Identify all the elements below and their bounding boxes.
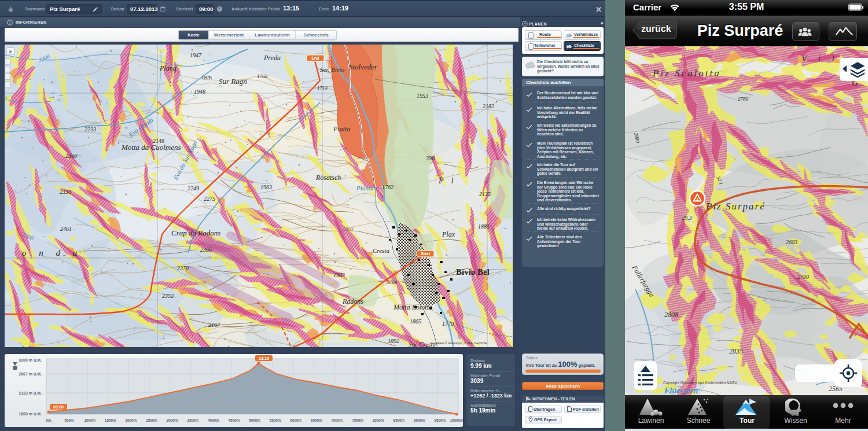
svg-text:3200 m ü.M.: 3200 m ü.M. [19,358,42,362]
svg-text:1769: 1769 [387,279,398,285]
svg-text:2808: 2808 [664,311,678,319]
svg-text:Plax: Plax [442,230,455,238]
svg-text:End: End [311,56,319,60]
svg-text:1963: 1963 [260,184,272,190]
svg-text:5500m: 5500m [270,418,281,422]
svg-text:1903: 1903 [333,272,345,278]
svg-text:8500m: 8500m [393,418,404,422]
svg-text:390: 390 [425,155,435,161]
svg-text:2780: 2780 [738,96,749,102]
svg-text:2330: 2330 [60,189,71,195]
svg-text:2167: 2167 [208,322,220,328]
svg-text:09:00: 09:00 [53,405,64,409]
svg-text:7500m: 7500m [352,418,363,422]
svg-text:Crap da Radons: Crap da Radons [171,229,220,237]
svg-text:13:15: 13:15 [259,356,269,360]
svg-text:1500m: 1500m [105,418,116,422]
svg-text:Sur Ragn: Sur Ragn [219,77,247,86]
svg-text:10000m: 10000m [450,418,463,422]
svg-text:1892: 1892 [388,338,399,344]
svg-text:2667 m ü.M.: 2667 m ü.M. [19,372,42,376]
svg-text:5000m: 5000m [249,418,260,422]
svg-text:1883: 1883 [478,223,490,230]
svg-text:1762: 1762 [382,184,393,190]
svg-text:2133 m ü.M.: 2133 m ü.M. [19,391,42,395]
svg-text:2249: 2249 [187,185,199,191]
svg-text:Motta Bolotta: Motta Bolotta [393,303,432,311]
svg-text:Start: Start [421,252,431,256]
svg-text:V i l: V i l [801,54,839,63]
svg-text:2461: 2461 [60,226,72,232]
svg-text:1953: 1953 [417,93,428,99]
svg-text:2370: 2370 [177,265,189,271]
svg-text:2603: 2603 [786,239,797,245]
svg-text:1947: 1947 [190,52,202,58]
svg-text:6500m: 6500m [311,418,322,422]
svg-text:29.3: 29.3 [682,215,692,221]
svg-text:8000m: 8000m [373,418,384,422]
svg-text:Cresta: Cresta [373,247,389,254]
svg-text:1760: 1760 [257,73,268,79]
svg-text:1713: 1713 [317,85,328,91]
svg-text:1865: 1865 [410,318,421,325]
svg-text:2233: 2233 [84,126,96,132]
svg-text:1000m: 1000m [84,418,95,422]
svg-text:Copyright Geodaten bpd Kartend: Copyright Geodaten bpd Kartendaten NASU [663,381,737,385]
svg-text:2366: 2366 [200,246,212,253]
svg-text:Motta da Cuolmens: Motta da Cuolmens [121,143,181,152]
svg-text:Geodaten © swisstopo, © SLF, G: Geodaten © swisstopo, © SLF, GeoVITe [430,341,487,345]
svg-text:2000m: 2000m [126,418,137,422]
svg-text:2275: 2275 [204,196,215,202]
svg-text:1876: 1876 [201,75,212,80]
svg-text:2182: 2182 [483,103,494,109]
svg-text:0m: 0m [46,418,52,422]
svg-text:Radons: Radons [342,297,363,305]
svg-text:9500m: 9500m [435,418,446,422]
svg-text:2835: 2835 [729,347,743,355]
svg-text:9000m: 9000m [414,418,425,422]
svg-text:1600 m ü.M.: 1600 m ü.M. [19,412,42,416]
svg-text:o n d a: o n d a [22,248,82,257]
svg-text:Piatta: Piatta [333,125,350,133]
svg-text:Piz Scalotta: Piz Scalotta [652,68,721,79]
svg-text:Preda: Preda [263,54,281,62]
svg-text:3500m: 3500m [187,418,198,422]
svg-text:Plang: Plang [159,64,176,72]
svg-text:Ser. Bivio: Ser. Bivio [320,66,345,73]
svg-text:Bivio Bel: Bivio Bel [456,267,490,277]
svg-text:1770: 1770 [442,321,454,327]
svg-text:2352: 2352 [162,293,174,299]
svg-text:2135: 2135 [479,191,491,197]
svg-text:Piz Surparé: Piz Surparé [705,201,766,212]
svg-text:2700: 2700 [797,274,809,280]
svg-text:1900: 1900 [343,226,354,232]
svg-text:7000m: 7000m [332,418,343,422]
svg-text:4500m: 4500m [229,418,240,422]
svg-text:P l: P l [438,176,457,185]
svg-text:2500m: 2500m [146,418,157,422]
svg-text:6000m: 6000m [290,418,301,422]
svg-text:Stolveder: Stolveder [349,62,378,71]
svg-text:3000m: 3000m [167,418,178,422]
svg-text:Planturi: Planturi [356,185,378,191]
svg-text:4000m: 4000m [208,418,219,422]
svg-text:1948: 1948 [194,89,205,95]
svg-text:500m: 500m [65,418,75,422]
svg-text:Rosatsch: Rosatsch [315,174,341,182]
svg-text:Flüesseen: Flüesseen [664,386,698,395]
svg-text:1: 1 [696,197,698,201]
svg-text:2366: 2366 [65,153,77,159]
